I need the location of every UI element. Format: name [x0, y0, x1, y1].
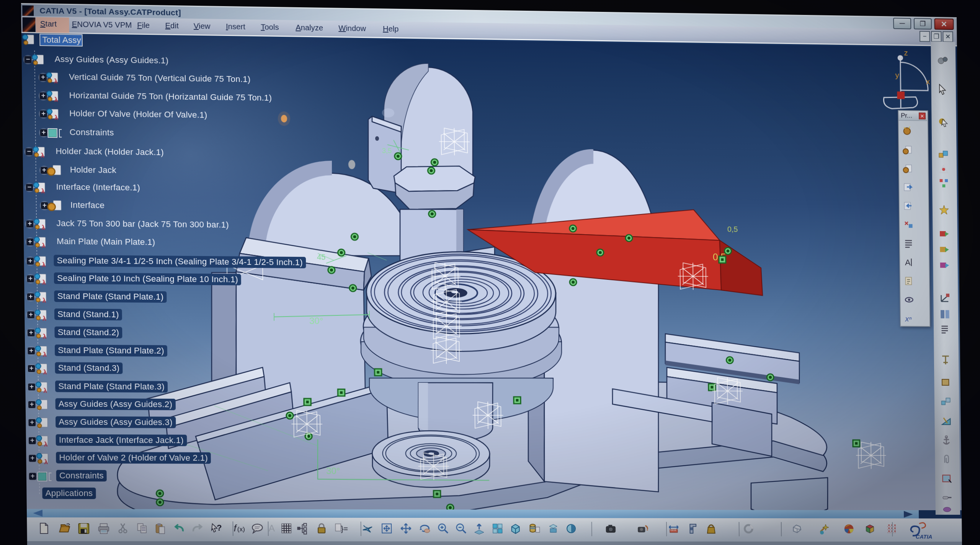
svg-text:45: 45 [317, 253, 326, 261]
svg-text:A: A [269, 523, 275, 533]
svg-text:x: x [926, 77, 930, 86]
svg-text:30°: 30° [309, 315, 323, 326]
svg-text:xⁿ: xⁿ [905, 315, 912, 323]
svg-text:CATIA: CATIA [916, 534, 933, 540]
svg-text:(x): (x) [237, 525, 245, 533]
svg-text:0,5: 0,5 [727, 225, 738, 234]
svg-text:?: ? [217, 523, 222, 533]
svg-text:z: z [904, 48, 908, 57]
svg-text:30°: 30° [326, 465, 340, 476]
svg-text:y: y [895, 71, 899, 80]
svg-text:3,5: 3,5 [382, 147, 392, 155]
svg-text:A: A [905, 258, 911, 267]
svg-text:f: f [234, 523, 237, 534]
svg-text:}=: }= [341, 525, 348, 533]
